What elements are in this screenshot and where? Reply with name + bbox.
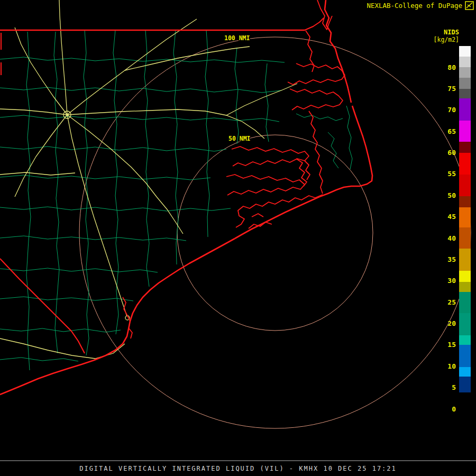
colorbar-tick-label: 25 — [447, 298, 456, 306]
colorbar-segment — [459, 292, 471, 313]
source-title: NEXLAB-College of DuPage — [367, 2, 462, 10]
colorbar-tick-label: 45 — [447, 213, 456, 221]
colorbar-segment — [459, 78, 471, 89]
radar-display: 50 NMI 100 NMI NEXLAB-College of DuPage … — [0, 0, 476, 476]
colorbar-segment — [459, 313, 471, 335]
colorbar-tick-label: 40 — [447, 234, 456, 242]
colorbar-tick-label: 50 — [447, 191, 456, 199]
ring-label-100nmi: 100 NMI — [224, 34, 250, 42]
colorbar-segment — [459, 207, 471, 227]
colorbar-segments — [459, 46, 471, 419]
colorbar-tick-label: 15 — [447, 341, 456, 349]
colorbar-segment — [459, 227, 471, 249]
colorbar-segment — [459, 249, 471, 271]
colorbar-segment — [459, 153, 471, 175]
colorbar-segment — [459, 121, 471, 142]
colorbar-tick-label: 10 — [447, 362, 456, 370]
colorbar-segment — [459, 98, 471, 121]
ring-label-50nmi: 50 NMI — [228, 135, 251, 142]
colorbar-segment — [459, 142, 471, 153]
colorbar-tick-label: 30 — [447, 277, 456, 285]
colorbar-segment — [459, 57, 471, 67]
colorbar-segment — [459, 367, 471, 377]
product-label: NIDS — [444, 29, 459, 36]
colorbar-tick-label: 65 — [447, 127, 456, 135]
colorbar-segment — [459, 282, 471, 292]
colorbar-segment — [459, 345, 471, 367]
colorbar-segment — [459, 175, 471, 196]
colorbar-tick-label: 20 — [447, 319, 456, 327]
colorbar-segment — [459, 67, 471, 78]
colorbar-segment — [459, 392, 471, 419]
product-caption: DIGITAL VERTICALLY INTEGRATED LIQUID (VI… — [79, 465, 397, 472]
units-label: [kg/m2] — [434, 36, 459, 43]
colorbar-tick-label: 35 — [447, 255, 456, 263]
colorbar-tick-label: 75 — [447, 85, 456, 93]
colorbar-segment — [459, 89, 471, 98]
colorbar-tick-label: 5 — [452, 383, 456, 391]
colorbar-segment — [459, 271, 471, 282]
colorbar-tick-label: 80 — [447, 63, 456, 71]
colorbar-tick-label: 0 — [452, 405, 456, 413]
colorbar-segment — [459, 46, 471, 57]
colorbar-segment — [459, 335, 471, 345]
radar-map: 50 NMI 100 NMI NEXLAB-College of DuPage … — [0, 0, 476, 476]
colorbar-tick-label: 70 — [447, 106, 456, 114]
colorbar-segment — [459, 377, 471, 392]
colorbar-segment — [459, 196, 471, 207]
background — [0, 0, 476, 476]
colorbar-tick-label: 55 — [447, 170, 456, 178]
colorbar-tick-label: 60 — [447, 149, 456, 157]
